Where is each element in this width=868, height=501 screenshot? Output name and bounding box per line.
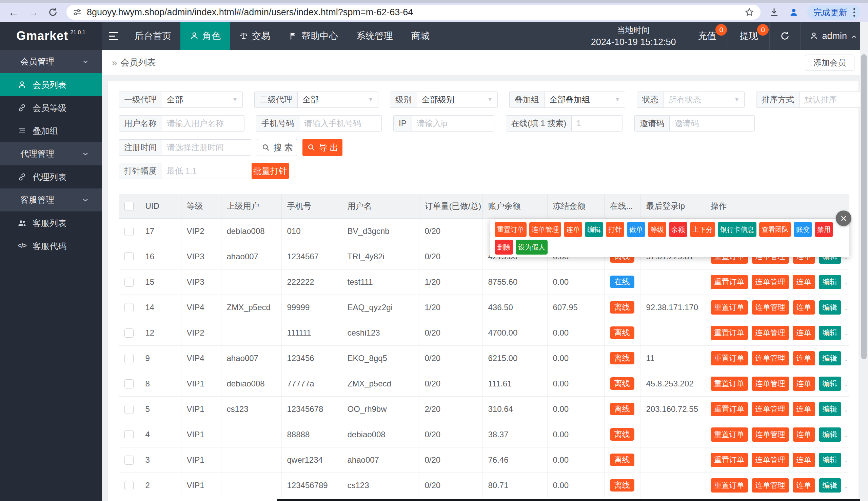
brand-logo[interactable]: Gmarket 21.0.1 xyxy=(0,22,102,50)
row-checkbox[interactable] xyxy=(125,354,134,363)
chain-order-manage-button[interactable]: 连单管理 xyxy=(752,478,789,492)
chain-order-button[interactable]: 连单 xyxy=(793,427,815,442)
sidebar-item-service-list[interactable]: 客服列表 xyxy=(0,212,102,235)
sidebar-item-service-code[interactable]: </>客服代码 xyxy=(0,235,102,258)
sidebar-item-stack-group[interactable]: 叠加组 xyxy=(0,119,102,142)
reset-order-button[interactable]: 重置订单 xyxy=(711,478,748,492)
phone-input[interactable] xyxy=(299,116,381,131)
ip-input[interactable] xyxy=(412,116,494,131)
edit-button[interactable]: 编辑 xyxy=(819,427,841,442)
more-actions-button[interactable]: ... xyxy=(845,403,850,414)
nav-item-help-center[interactable]: 帮助中心 xyxy=(279,22,347,50)
inject-button[interactable]: 打针 xyxy=(606,222,624,237)
address-bar[interactable]: 8guoyy.hwym.shop/admin/index.html#/admin… xyxy=(66,5,761,20)
register-time-input[interactable] xyxy=(162,140,251,155)
row-checkbox[interactable] xyxy=(125,252,134,262)
chain-order-button[interactable]: 连单 xyxy=(793,453,815,467)
row-checkbox[interactable] xyxy=(125,329,134,338)
sidebar-group-service-management[interactable]: 客服管理 xyxy=(0,189,102,212)
withdraw-button[interactable]: 提现 0 xyxy=(728,22,769,50)
chain-order-manage-button[interactable]: 连单管理 xyxy=(752,275,789,289)
back-icon[interactable]: ← xyxy=(8,6,20,18)
scrollbar-thumb[interactable] xyxy=(861,54,867,359)
more-actions-button[interactable]: ... xyxy=(845,353,850,363)
update-chip-button[interactable]: 完成更新 xyxy=(807,5,860,20)
more-actions-button[interactable]: ... xyxy=(845,378,850,388)
online-input[interactable] xyxy=(572,116,623,131)
stack-group-select[interactable]: 全部叠加组▼ xyxy=(544,92,625,107)
edit-button[interactable]: 编辑 xyxy=(819,453,841,467)
chain-order-button[interactable]: 连单 xyxy=(793,402,815,416)
reset-order-button[interactable]: 重置订单 xyxy=(711,402,748,416)
delete-button[interactable]: 删除 xyxy=(495,239,513,255)
reset-order-button[interactable]: 重置订单 xyxy=(711,326,748,340)
more-actions-button[interactable]: ... xyxy=(845,480,850,490)
edit-button[interactable]: 编辑 xyxy=(819,376,841,391)
disable-button[interactable]: 禁用 xyxy=(815,222,833,237)
batch-inject-button[interactable]: 批量打针 xyxy=(252,163,289,179)
nav-item-dashboard[interactable]: 后台首页 xyxy=(126,22,180,50)
more-actions-button[interactable]: ... xyxy=(845,327,850,337)
status-select[interactable]: 所有状态▼ xyxy=(664,92,744,107)
nav-item-trade[interactable]: 交易 xyxy=(230,22,279,50)
row-checkbox[interactable] xyxy=(125,456,134,465)
close-icon[interactable]: × xyxy=(836,211,851,226)
updown-score-button[interactable]: 上下分 xyxy=(690,222,715,237)
edit-button[interactable]: 编辑 xyxy=(819,275,841,289)
reset-order-button[interactable]: 重置订单 xyxy=(711,376,748,391)
row-checkbox[interactable] xyxy=(125,227,134,236)
bank-card-info-button[interactable]: 银行卡信息 xyxy=(718,222,756,237)
set-fake-button[interactable]: 设为假人 xyxy=(516,239,548,255)
add-member-button[interactable]: 添加会员 xyxy=(805,55,855,71)
chain-order-manage-button[interactable]: 连单管理 xyxy=(752,453,789,467)
chain-order-button[interactable]: 连单 xyxy=(564,222,582,237)
agent-level-1-select[interactable]: 全部▼ xyxy=(162,92,242,107)
sidebar-group-agent-management[interactable]: 代理管理 xyxy=(0,142,102,166)
chain-order-button[interactable]: 连单 xyxy=(793,351,815,365)
chain-order-button[interactable]: 连单 xyxy=(793,478,815,492)
browser-menu-icon[interactable] xyxy=(851,8,857,17)
export-button[interactable]: 导 出 xyxy=(303,139,342,156)
more-actions-button[interactable]: ... xyxy=(845,276,850,286)
edit-button[interactable]: 编辑 xyxy=(819,300,841,315)
chain-order-button[interactable]: 连单 xyxy=(793,326,815,340)
select-all-checkbox[interactable] xyxy=(125,202,134,211)
row-checkbox[interactable] xyxy=(125,379,134,388)
row-checkbox[interactable] xyxy=(125,430,134,439)
chain-order-manage-button[interactable]: 连单管理 xyxy=(752,376,789,391)
nav-item-roles[interactable]: 角色 xyxy=(180,22,230,50)
edit-button[interactable]: 编辑 xyxy=(819,402,841,416)
nav-item-system[interactable]: 系统管理 xyxy=(347,22,402,50)
reset-order-button[interactable]: 重置订单 xyxy=(495,222,527,237)
account-change-button[interactable]: 账变 xyxy=(794,222,812,237)
download-icon[interactable] xyxy=(768,6,780,18)
balance-button[interactable]: 余额 xyxy=(669,222,687,237)
chain-order-button[interactable]: 连单 xyxy=(793,376,815,391)
make-order-button[interactable]: 做单 xyxy=(627,222,645,237)
edit-button[interactable]: 编辑 xyxy=(819,478,841,492)
more-actions-button[interactable]: ... xyxy=(845,302,850,312)
reset-order-button[interactable]: 重置订单 xyxy=(711,300,748,315)
row-checkbox[interactable] xyxy=(125,481,134,490)
menu-toggle-icon[interactable] xyxy=(102,22,126,50)
edit-button[interactable]: 编辑 xyxy=(819,351,841,365)
chain-order-manage-button[interactable]: 连单管理 xyxy=(752,427,789,442)
bookmark-star-icon[interactable] xyxy=(744,7,754,17)
admin-menu[interactable]: admin xyxy=(800,22,868,50)
profile-avatar-icon[interactable] xyxy=(788,6,800,18)
reset-order-button[interactable]: 重置订单 xyxy=(711,275,748,289)
edit-button[interactable]: 编辑 xyxy=(585,222,603,237)
nav-item-mall[interactable]: 商城 xyxy=(402,22,439,50)
sidebar-item-agent-list[interactable]: 代理列表 xyxy=(0,166,102,189)
edit-button[interactable]: 编辑 xyxy=(819,326,841,340)
row-checkbox[interactable] xyxy=(125,303,134,312)
more-actions-button[interactable]: ... xyxy=(845,429,850,439)
reset-order-button[interactable]: 重置订单 xyxy=(711,453,748,467)
sort-select[interactable]: 默认排序▼ xyxy=(800,92,868,107)
view-team-button[interactable]: 查看团队 xyxy=(759,222,791,237)
page-scrollbar[interactable] xyxy=(860,22,868,501)
sidebar-item-member-list[interactable]: 会员列表 xyxy=(0,73,102,96)
username-input[interactable] xyxy=(162,116,244,131)
invite-code-input[interactable] xyxy=(670,116,754,131)
chain-order-button[interactable]: 连单 xyxy=(793,275,815,289)
